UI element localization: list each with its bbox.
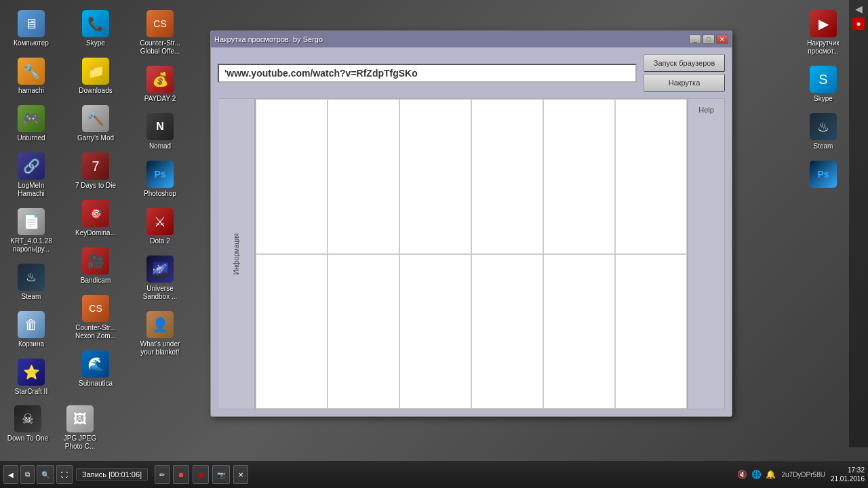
- desktop-icon-photoshop[interactable]: Ps Photoshop: [136, 157, 184, 201]
- right-icon-photoshop[interactable]: Ps: [799, 157, 848, 193]
- desktop-icon-korzina[interactable]: 🗑 Корзина: [7, 308, 56, 352]
- url-input[interactable]: [218, 64, 637, 83]
- desktop-icon-7days[interactable]: 7 7 Days to Die: [71, 149, 120, 193]
- app-titlebar: Накрутка просмотров. by Sergo _ □ ✕: [211, 31, 732, 47]
- launch-browsers-button[interactable]: Запуск браузеров: [644, 54, 725, 72]
- stop-button[interactable]: ⏹: [193, 465, 209, 484]
- volume-icon[interactable]: 🔇: [736, 469, 747, 480]
- right-icon-steam[interactable]: ♨ Steam: [799, 110, 848, 154]
- desktop-icon-keydomina[interactable]: 🎯 KeyDomina...: [71, 197, 120, 241]
- keydomina-label: KeyDomina...: [75, 229, 116, 237]
- downloads-icon: 📁: [82, 58, 109, 85]
- taskbar: ◀ ⧉ 🔍 ⛶ Запись [00:01:06] ✏ ⏺ ⏹ 📷 ✕ 🔇 🌐 …: [0, 461, 868, 488]
- desktop-icon-csglobal[interactable]: CS Counter-Str... Global Offe...: [136, 7, 184, 59]
- desktop-icon-universe[interactable]: 🌌 Universe Sandbox ...: [136, 252, 184, 304]
- desktop-icon-starcraft[interactable]: ⭐ StarCraft II: [7, 355, 56, 399]
- taskbar-clock: 17:32 21.01.2016: [831, 466, 865, 483]
- minimize-button[interactable]: _: [689, 35, 701, 44]
- unturned-icon: 🎮: [18, 105, 45, 132]
- downloads-label: Downloads: [79, 87, 112, 95]
- downtoone-icon: ☠: [14, 405, 41, 432]
- taskbar-expand-button[interactable]: ⛶: [56, 465, 73, 484]
- desktop-icon-dota2[interactable]: ⚔ Dota 2: [136, 205, 184, 249]
- browser-grid-container: Информация: [218, 98, 725, 409]
- system-tray-icons: 🔇 🌐 🔔: [736, 469, 776, 480]
- screenshot-button[interactable]: 📷: [212, 465, 230, 484]
- nakrutka-button[interactable]: Накрутка: [644, 74, 725, 92]
- computer-label: Компьютер: [14, 39, 49, 47]
- pencil-button[interactable]: ✏: [155, 465, 170, 484]
- grid-cell-1-2: [328, 99, 399, 254]
- recording-label: Запись [00:01:06]: [82, 470, 142, 479]
- desktop-icon-hamachi[interactable]: 🔧 hamachi: [7, 54, 56, 98]
- bandicam-label: Bandicam: [81, 277, 111, 285]
- steam-right-icon: ♨: [810, 113, 837, 140]
- sidebar-circle-icon[interactable]: ●: [852, 18, 865, 30]
- unturned-label: Unturned: [17, 134, 45, 142]
- subnautica-icon: 🌊: [82, 350, 109, 378]
- desktop-icon-logmein[interactable]: 🔗 LogMeIn Hamachi: [7, 149, 56, 201]
- right-desktop-icons: ▶ Накрутчик просмот... S Skype ♨ Steam P…: [799, 7, 848, 193]
- taskbar-restore-button[interactable]: ⧉: [20, 465, 35, 484]
- universe-label: Universe Sandbox ...: [139, 285, 181, 301]
- app-content: Запуск браузеров Накрутка Информация: [211, 47, 732, 416]
- nomad-label: Nomad: [149, 142, 171, 150]
- url-bar-row: Запуск браузеров Накрутка: [218, 54, 725, 92]
- desktop-icon-whats[interactable]: 👤 What's under your blanket!: [136, 308, 184, 360]
- keydomina-icon: 🎯: [82, 200, 109, 227]
- grid-cell-1-1: [256, 99, 328, 254]
- desktop-icon-jpg[interactable]: 🖼 JPG JPEG Photo C...: [56, 402, 104, 454]
- action-buttons: Запуск браузеров Накрутка: [644, 54, 725, 92]
- clock-time: 17:32: [831, 466, 865, 474]
- desktop-icons-area: 🖥 Компьютер 🔧 hamachi 🎮 Unturned 🔗 LogMe…: [0, 0, 203, 434]
- far-right-sidebar: ◀ ●: [849, 0, 868, 447]
- desktop-icon-payday[interactable]: 💰 PAYDAY 2: [136, 62, 184, 106]
- nakrutchik-right-label: Накрутчик просмот...: [802, 39, 844, 56]
- jpg-label: JPG JPEG Photo C...: [59, 434, 101, 451]
- desktop-icon-krt[interactable]: 📄 KRT_4.0.1.28 пароль(ру...: [7, 205, 56, 257]
- taskbar-left: ◀ ⧉ 🔍 ⛶: [3, 465, 73, 484]
- logmein-icon: 🔗: [18, 152, 45, 180]
- record-button[interactable]: ⏺: [173, 465, 189, 484]
- grid-cell-1-3: [399, 99, 471, 254]
- starcraft-icon: ⭐: [18, 359, 45, 386]
- csglobal-label: Counter-Str... Global Offe...: [139, 39, 181, 56]
- hamachi-label: hamachi: [18, 87, 44, 95]
- desktop-icon-counter[interactable]: CS Counter-Str... Nexon Zom...: [71, 291, 120, 344]
- desktop-icon-downtoone[interactable]: ☠ Down To One: [3, 402, 52, 454]
- skype-label: Skype: [86, 39, 105, 47]
- desktop: 🖥 Компьютер 🔧 hamachi 🎮 Unturned 🔗 LogMe…: [0, 0, 868, 488]
- maximize-button[interactable]: □: [703, 35, 715, 44]
- nomad-icon: N: [146, 113, 174, 140]
- korzina-icon: 🗑: [18, 311, 45, 338]
- steam-right-label: Steam: [814, 142, 833, 150]
- counter-label: Counter-Str... Nexon Zom...: [75, 324, 117, 340]
- network-icon[interactable]: 🌐: [751, 469, 762, 480]
- desktop-icon-steam[interactable]: ♨ Steam: [7, 260, 56, 304]
- krt-icon: 📄: [18, 208, 45, 235]
- app-title: Накрутка просмотров. by Sergo: [214, 35, 323, 43]
- desktop-icon-bandicam[interactable]: 🎥 Bandicam: [71, 244, 120, 288]
- desktop-icon-garrys[interactable]: 🔨 Garry's Mod: [71, 102, 120, 146]
- desktop-icon-unturned[interactable]: 🎮 Unturned: [7, 102, 56, 146]
- right-icon-nakrutchik[interactable]: ▶ Накрутчик просмот...: [799, 7, 848, 59]
- grid-cell-2-3: [399, 254, 471, 409]
- garrys-label: Garry's Mod: [77, 134, 114, 142]
- sidebar-arrow-icon[interactable]: ◀: [853, 3, 864, 14]
- notification-icon[interactable]: 🔔: [765, 469, 776, 480]
- taskbar-search-button[interactable]: 🔍: [37, 465, 54, 484]
- close-button[interactable]: ✕: [716, 35, 728, 44]
- photoshop-label: Photoshop: [144, 190, 176, 198]
- taskbar-arrow-button[interactable]: ◀: [3, 465, 18, 484]
- left-info-panel: Информация: [218, 98, 255, 409]
- app-window: Накрутка просмотров. by Sergo _ □ ✕ Запу…: [210, 30, 732, 417]
- 7days-label: 7 Days to Die: [75, 182, 116, 190]
- desktop-icon-computer[interactable]: 🖥 Компьютер: [7, 7, 56, 51]
- desktop-icon-nomad[interactable]: N Nomad: [136, 110, 184, 154]
- right-icon-skype[interactable]: S Skype: [799, 62, 848, 106]
- close-recording-button[interactable]: ✕: [233, 465, 248, 484]
- skype-icon: 📞: [82, 10, 109, 37]
- desktop-icon-skype[interactable]: 📞 Skype: [71, 7, 120, 51]
- desktop-icon-subnautica[interactable]: 🌊 Subnautica: [71, 347, 120, 391]
- desktop-icon-downloads[interactable]: 📁 Downloads: [71, 54, 120, 98]
